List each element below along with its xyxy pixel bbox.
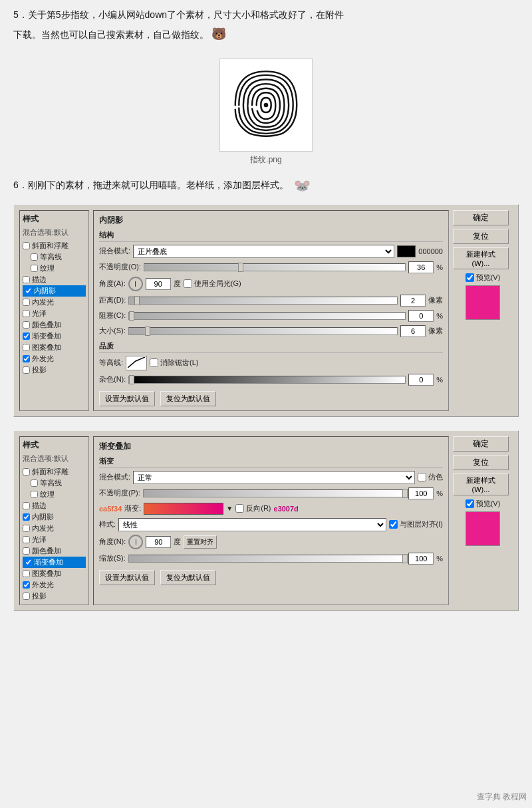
dialog2-item-3[interactable]: 描边 bbox=[23, 500, 86, 511]
dialog2-check-9[interactable] bbox=[23, 570, 30, 577]
watermark: 查字典 教程网 bbox=[477, 791, 527, 803]
dialog2-item-8[interactable]: 渐变叠加 bbox=[23, 557, 86, 568]
dialog1-angle-dial[interactable] bbox=[128, 277, 143, 291]
dialog1-angle-unit: 度 bbox=[174, 279, 181, 289]
dialog1-size-input[interactable] bbox=[400, 325, 426, 337]
dialog2-item-4[interactable]: 内阴影 bbox=[23, 511, 86, 523]
dialog2-check-11[interactable] bbox=[23, 593, 30, 600]
dialog2-ok-btn[interactable]: 确定 bbox=[453, 436, 509, 452]
dialog2-check-5[interactable] bbox=[23, 525, 30, 532]
dialog2-angle-dial[interactable] bbox=[128, 535, 143, 549]
dialog1-item-8[interactable]: 渐变叠加 bbox=[23, 331, 86, 342]
dialog2: 样式 混合选项:默认 斜面和浮雕 等高线 纹理 描边 内阴影 bbox=[13, 430, 519, 611]
dialog1-item-7[interactable]: 颜色叠加 bbox=[23, 319, 86, 331]
dialog1-size-row: 大小(S): 像素 bbox=[99, 325, 443, 337]
dialog2-scale-slider[interactable] bbox=[128, 555, 406, 563]
dialog2-item-7[interactable]: 颜色叠加 bbox=[23, 545, 86, 557]
dialog1-reset-btn[interactable]: 复位 bbox=[453, 229, 509, 244]
dialog2-check-4[interactable] bbox=[23, 513, 30, 521]
dialog1-check-3[interactable] bbox=[23, 276, 30, 283]
dialog1-check-10[interactable] bbox=[23, 355, 30, 362]
dialog2-align-check[interactable] bbox=[389, 520, 398, 529]
dialog2-set-default-btn[interactable]: 设置为默认值 bbox=[99, 570, 155, 585]
dialog1-item-11[interactable]: 投影 bbox=[23, 364, 86, 376]
dialog1-choke-input[interactable] bbox=[408, 310, 434, 322]
dialog2-left-panel: 样式 混合选项:默认 斜面和浮雕 等高线 纹理 描边 内阴影 bbox=[19, 436, 89, 605]
dialog1-check-8[interactable] bbox=[23, 333, 30, 340]
dialog1-new-style-btn[interactable]: 新建样式(W)... bbox=[453, 247, 509, 269]
dialog2-opacity-slider[interactable] bbox=[143, 489, 406, 497]
dialog2-check-6[interactable] bbox=[23, 536, 30, 543]
dialog1-color-box[interactable] bbox=[397, 245, 416, 257]
dialog1-check-11[interactable] bbox=[23, 366, 30, 374]
dialog2-check-1[interactable] bbox=[31, 479, 38, 487]
dialog2-check-2[interactable] bbox=[31, 491, 38, 498]
dialog2-check-7[interactable] bbox=[23, 547, 30, 555]
dialog1-item-9[interactable]: 图案叠加 bbox=[23, 342, 86, 353]
dialog2-check-8[interactable] bbox=[25, 559, 32, 566]
dialog1-check-2[interactable] bbox=[31, 265, 38, 272]
dialog2-item-5[interactable]: 内发光 bbox=[23, 523, 86, 534]
dialog1-set-default-btn[interactable]: 设置为默认值 bbox=[99, 391, 155, 406]
dialog1-ok-btn[interactable]: 确定 bbox=[453, 210, 509, 225]
dialog1-item-5[interactable]: 内发光 bbox=[23, 297, 86, 308]
dialog2-center-align-btn[interactable]: 重置对齐 bbox=[184, 535, 217, 549]
dialog1-check-9[interactable] bbox=[23, 344, 30, 351]
dialog1-distance-slider[interactable] bbox=[128, 297, 398, 305]
dialog2-item-6[interactable]: 光泽 bbox=[23, 534, 86, 545]
dialog1-contour-preview[interactable] bbox=[126, 356, 147, 370]
dialog2-reverse-check[interactable] bbox=[235, 504, 244, 513]
dialog1-item-6[interactable]: 光泽 bbox=[23, 308, 86, 319]
dialog1-global-light-check[interactable] bbox=[184, 279, 192, 288]
dialog2-item-2[interactable]: 纹理 bbox=[23, 489, 86, 500]
dialog1-noise-slider[interactable] bbox=[128, 376, 406, 384]
dialog2-reset-btn[interactable]: 复位 bbox=[453, 455, 509, 470]
dialog1-item-0[interactable]: 斜面和浮雕 bbox=[23, 240, 86, 251]
dialog2-preview-box bbox=[466, 511, 500, 546]
dialog1-check-4[interactable] bbox=[25, 287, 32, 295]
dialog1-item-3[interactable]: 描边 bbox=[23, 274, 86, 285]
dialog2-check-10[interactable] bbox=[23, 581, 30, 589]
dialog1-preview-check[interactable] bbox=[466, 273, 474, 282]
dialog1-check-5[interactable] bbox=[23, 299, 30, 306]
dialog2-reset-default-btn[interactable]: 复位为默认值 bbox=[160, 570, 216, 585]
dialog1-opacity-input[interactable] bbox=[408, 261, 434, 273]
dialog2-gradient-label: 渐变: bbox=[124, 503, 141, 513]
dialog2-dropdown-arrow[interactable]: ▼ bbox=[226, 505, 233, 512]
dialog2-item-1[interactable]: 等高线 bbox=[23, 477, 86, 489]
dialog1-distance-input[interactable] bbox=[400, 295, 426, 307]
dialog2-new-style-btn[interactable]: 新建样式(W)... bbox=[453, 473, 509, 495]
dialog2-check-0[interactable] bbox=[23, 468, 30, 475]
dialog2-style-dropdown[interactable]: 线性 bbox=[118, 518, 386, 531]
dialog1-item-2[interactable]: 纹理 bbox=[23, 263, 86, 274]
dialog1-reset-default-btn[interactable]: 复位为默认值 bbox=[160, 391, 216, 406]
dialog1-noise-input[interactable] bbox=[408, 374, 434, 386]
dialog1-item-10[interactable]: 外发光 bbox=[23, 353, 86, 364]
dialog1-preview-box bbox=[466, 285, 500, 320]
dialog1-item-1[interactable]: 等高线 bbox=[23, 251, 86, 263]
dialog1-check-6[interactable] bbox=[23, 310, 30, 317]
dialog2-gradient-swatch[interactable] bbox=[144, 503, 223, 515]
dialog2-item-11[interactable]: 投影 bbox=[23, 591, 86, 602]
dialog2-check-3[interactable] bbox=[23, 502, 30, 509]
dialog2-item-9[interactable]: 图案叠加 bbox=[23, 568, 86, 579]
dialog1-check-0[interactable] bbox=[23, 242, 30, 249]
dialog1-blend-dropdown[interactable]: 正片叠底 bbox=[133, 245, 394, 258]
dialog2-opacity-input[interactable] bbox=[408, 487, 434, 499]
dialog2-item-10[interactable]: 外发光 bbox=[23, 579, 86, 591]
dialog2-scale-input[interactable] bbox=[408, 553, 434, 565]
dialog2-preview-check[interactable] bbox=[466, 499, 474, 508]
dialog1-angle-input[interactable] bbox=[146, 278, 171, 290]
dialog2-opacity-label: 不透明度(P): bbox=[99, 488, 140, 498]
dialog1-check-1[interactable] bbox=[31, 253, 38, 261]
dialog2-item-0[interactable]: 斜面和浮雕 bbox=[23, 466, 86, 477]
dialog1-check-7[interactable] bbox=[23, 321, 30, 329]
dialog1-choke-slider[interactable] bbox=[128, 312, 406, 320]
dialog2-angle-input[interactable] bbox=[146, 536, 171, 548]
dialog1-opacity-slider[interactable] bbox=[144, 263, 406, 271]
dialog1-size-slider[interactable] bbox=[128, 327, 398, 335]
dialog1-alias-check[interactable] bbox=[150, 358, 158, 367]
dialog2-blend-dropdown[interactable]: 正常 bbox=[133, 471, 415, 484]
dialog1-item-4[interactable]: 内阴影 bbox=[23, 285, 86, 297]
dialog2-dither-check[interactable] bbox=[418, 473, 426, 481]
